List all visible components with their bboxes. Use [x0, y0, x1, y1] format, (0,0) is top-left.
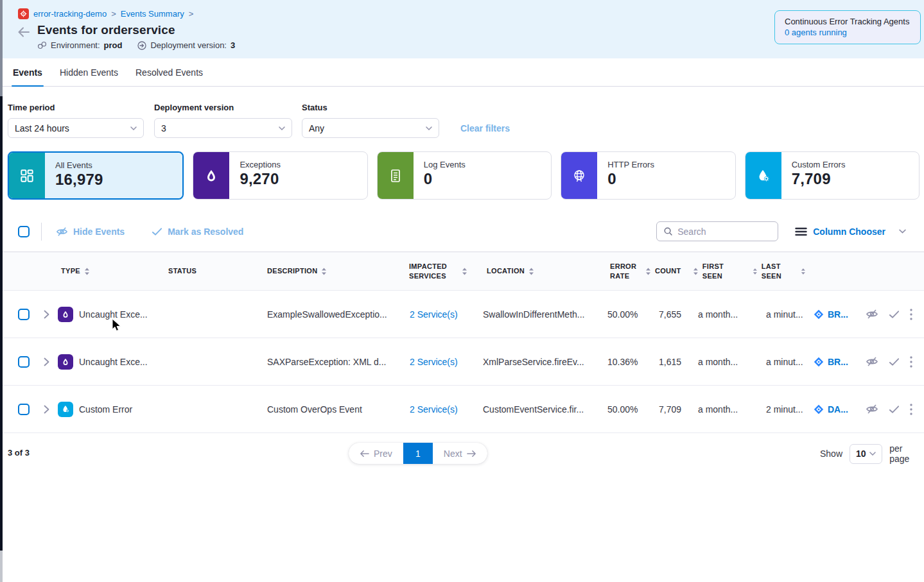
row-menu-kebab-icon[interactable] [910, 309, 912, 320]
breadcrumb-section-link[interactable]: Events Summary [121, 9, 184, 19]
ticket-link[interactable]: BR... [814, 357, 854, 367]
first-seen-cell: a month... [684, 404, 745, 415]
card-log-events[interactable]: Log Events 0 [377, 151, 552, 200]
column-chooser-label: Column Chooser [813, 227, 885, 237]
select-all-checkbox[interactable] [18, 226, 30, 237]
agents-running-link[interactable]: 0 agents running [785, 28, 911, 37]
back-arrow-icon[interactable] [17, 25, 31, 39]
column-header-location[interactable]: LOCATION [475, 266, 600, 276]
hide-event-icon[interactable] [866, 309, 878, 320]
column-header-first-seen[interactable]: FIRST SEEN [684, 262, 745, 281]
column-header-count[interactable]: COUNT [645, 266, 684, 276]
deployment-version-label: Deployment version [154, 103, 292, 112]
card-all-events[interactable]: All Events 16,979 [8, 151, 184, 200]
status-select[interactable]: Any [302, 118, 439, 138]
ticket-link[interactable]: DA... [814, 404, 854, 415]
chevron-down-icon [130, 126, 137, 130]
table-row[interactable]: Uncaught Exce... SAXParseException: XML … [0, 338, 924, 386]
error-rate-cell: 50.00% [600, 309, 645, 320]
log-icon [378, 152, 414, 199]
impacted-services-link[interactable]: 2 Service(s) [410, 357, 458, 367]
prev-page-button[interactable]: Prev [349, 443, 403, 464]
sort-icon [801, 268, 806, 275]
card-label: Log Events [424, 160, 541, 169]
custom-flame-gear-icon [58, 402, 73, 417]
deployment-version-select[interactable]: 3 [154, 118, 292, 138]
row-menu-kebab-icon[interactable] [910, 356, 912, 368]
table-row[interactable]: Custom Error Custom OverOps Event 2 Serv… [0, 386, 924, 433]
page-header: error-tracking-demo > Events Summary > E… [0, 0, 924, 58]
sort-icon [528, 268, 534, 275]
mark-resolved-button[interactable]: Mark as Resolved [152, 227, 243, 237]
card-body: Exceptions 9,270 [229, 152, 367, 199]
first-seen-cell: a month... [684, 309, 745, 320]
resolve-event-icon[interactable] [889, 310, 900, 319]
time-period-select[interactable]: Last 24 hours [8, 118, 144, 138]
column-chooser-button[interactable]: Column Chooser [795, 227, 906, 237]
error-rate-cell: 50.00% [600, 404, 645, 415]
next-page-button[interactable]: Next [433, 443, 487, 464]
chevron-down-icon [869, 452, 876, 456]
column-header-type[interactable]: TYPE [58, 266, 154, 276]
environment-value: prod [104, 40, 123, 50]
chevron-down-icon [899, 229, 906, 234]
events-tabbar: Events Hidden Events Resolved Events [0, 58, 924, 87]
column-header-impacted-services[interactable]: IMPACTED SERVICES [398, 262, 475, 281]
card-label: HTTP Errors [607, 160, 724, 169]
search-box[interactable] [656, 221, 778, 241]
sort-icon [753, 268, 758, 275]
card-http-errors[interactable]: HTTP Errors 0 [561, 151, 735, 200]
hide-event-icon[interactable] [866, 404, 878, 415]
collapsed-sidebar-edge[interactable] [0, 0, 3, 582]
grid-icon [9, 153, 45, 198]
column-header-last-seen[interactable]: LAST SEEN [745, 262, 806, 281]
tab-hidden-events[interactable]: Hidden Events [58, 58, 119, 86]
last-seen-cell: a minut... [745, 357, 806, 367]
table-row[interactable]: Uncaught Exce... ExampleSwallowedExcepti… [0, 291, 924, 338]
column-header-description[interactable]: DESCRIPTION [254, 266, 398, 276]
jira-diamond-icon [814, 404, 824, 415]
column-header-status: STATUS [154, 266, 254, 276]
flame-gear-icon [745, 152, 781, 199]
impacted-services-link[interactable]: 2 Service(s) [410, 309, 458, 320]
show-label: Show [820, 449, 842, 459]
tab-events[interactable]: Events [12, 58, 44, 86]
location-cell: XmlParseService.fireEv... [475, 357, 600, 367]
row-checkbox[interactable] [18, 309, 30, 320]
time-period-label: Time period [8, 103, 144, 112]
bulk-actions-toolbar: Hide Events Mark as Resolved Column Choo… [18, 221, 916, 243]
location-cell: SwallowInDifferentMeth... [475, 309, 600, 320]
breadcrumb-project-link[interactable]: error-tracking-demo [33, 9, 107, 19]
card-custom-errors[interactable]: Custom Errors 7,709 [745, 151, 920, 200]
description-cell: ExampleSwallowedExceptio... [254, 309, 398, 320]
time-period-value: Last 24 hours [15, 123, 69, 133]
row-menu-kebab-icon[interactable] [910, 404, 912, 415]
hide-events-button[interactable]: Hide Events [56, 227, 125, 237]
filter-time-period: Time period Last 24 hours [8, 103, 144, 138]
search-input[interactable] [677, 227, 761, 237]
exception-flame-icon [58, 354, 73, 370]
hide-event-icon[interactable] [866, 356, 878, 367]
resolve-event-icon[interactable] [889, 405, 900, 414]
tab-resolved-events[interactable]: Resolved Events [134, 58, 204, 86]
clear-filters-button[interactable]: Clear filters [460, 123, 510, 133]
page-size-select[interactable]: 10 [850, 444, 882, 464]
card-exceptions[interactable]: Exceptions 9,270 [193, 151, 367, 200]
column-header-error-rate[interactable]: ERROR RATE [600, 262, 645, 281]
row-expander-chevron-icon[interactable] [35, 357, 58, 366]
agents-status-card: Continuous Error Tracking Agents 0 agent… [774, 10, 921, 44]
breadcrumb: error-tracking-demo > Events Summary > [18, 8, 193, 19]
ticket-link[interactable]: BR... [814, 309, 854, 320]
deployment-meta: Deployment version: 3 [137, 40, 235, 50]
row-checkbox[interactable] [18, 404, 30, 415]
deployment-value: 3 [231, 40, 235, 50]
row-expander-chevron-icon[interactable] [35, 405, 58, 414]
impacted-services-link[interactable]: 2 Service(s) [410, 404, 458, 415]
hide-events-label: Hide Events [73, 227, 125, 237]
sort-icon [693, 268, 699, 275]
row-expander-chevron-icon[interactable] [35, 310, 58, 319]
page-number-button[interactable]: 1 [403, 443, 433, 464]
page-size-control: Show 10 per page [820, 443, 924, 464]
row-checkbox[interactable] [18, 356, 30, 368]
resolve-event-icon[interactable] [889, 357, 900, 366]
